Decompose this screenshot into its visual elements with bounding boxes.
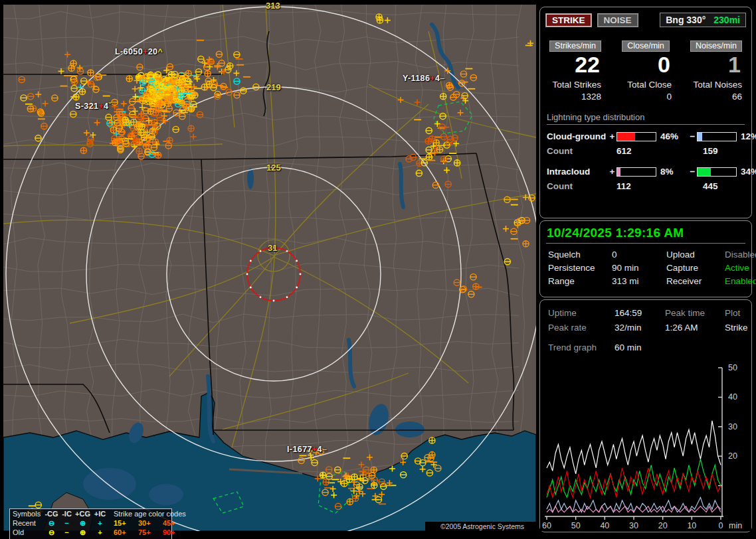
status-panel: 10/24/2025 1:29:16 AM Squelch 0 Upload D… [539,220,752,297]
total-strikes-label: Total Strikes [540,80,611,90]
storm-cell-label: L-6050+20^ [115,47,163,56]
legend-symbols-header: Symbols [13,509,43,518]
cell-id: Y-1186 [403,74,430,83]
close-counter: Close/min 0 Total Close 0 [611,39,681,102]
circle-minus-icon: ⊖ [43,518,60,528]
cell-direction-icon: ^ [157,47,163,56]
cell-id: S-321 [75,102,98,111]
bearing-range-value: 230mi [713,15,740,25]
uptime-value: 164:59 [614,308,665,318]
legend-row-label: Recent [13,518,43,528]
plot-mode-value: Strike [725,323,748,333]
age-badge: 75+ [138,528,163,537]
close-per-min-button[interactable]: Close/min [622,40,670,52]
plus-sign: + [608,167,616,177]
peak-rate-label: Peak rate [548,323,614,333]
cg-plus-percent: 46% [656,131,688,141]
cell-direction-icon: – [440,74,444,83]
svg-text:20: 20 [658,521,668,530]
range-ring-label: 313 [266,1,280,11]
peak-time-label: Peak time [665,308,725,318]
svg-text:0: 0 [719,521,723,530]
strikes-per-min-button[interactable]: Strikes/min [549,40,601,52]
noises-counter: Noises/min 1 Total Noises 66 [681,39,751,102]
minus-sign: − [688,167,697,177]
cell-plus: + [98,102,104,111]
svg-text:50: 50 [571,521,581,530]
noises-rate-value: 1 [681,52,751,77]
cell-id: L-6050 [115,47,143,56]
strike-counters-panel: STRIKE NOISE Bng 330°230mi Strikes/min 2… [539,7,752,218]
cell-plus: + [430,74,435,83]
circle-plus-icon: ⊕ [74,518,92,528]
svg-text:30: 30 [728,422,737,431]
ic-minus-percent: 34% [737,167,756,177]
total-close-value: 0 [611,92,681,102]
close-rate-value: 0 [611,52,681,77]
squelch-value: 0 [612,250,666,260]
capture-status: Active [725,263,749,273]
datetime-display: 10/24/2025 1:29:16 AM [547,226,745,240]
copyright-notice: ©2005 Astrogenic Systems [425,522,539,532]
cg-plus-count: 612 [616,146,703,156]
total-noises-value: 66 [681,92,751,102]
range-ring-label: 125 [266,163,281,173]
lightning-map[interactable]: 31 125 219 313 L-6050+20^ S-321+4ˇ Y-118… [3,5,536,531]
legend-type-pos-ic: +IC [92,509,108,518]
age-badge: 90+ [163,528,187,537]
legend-type-neg-ic: -IC [60,509,74,518]
circle-plus-icon: ⊕ [74,528,92,537]
intracloud-label: Intracloud [547,167,608,177]
strikes-rate-value: 22 [540,52,611,77]
circle-minus-icon: ⊖ [43,528,60,537]
bearing-readout: Bng 330°230mi [660,13,746,27]
age-badge: 60+ [114,528,138,537]
legend-type-pos-cg: +CG [74,509,92,518]
cg-minus-bar [697,132,737,141]
plot-label: Plot [725,308,743,318]
svg-text:30: 30 [629,521,638,530]
intracloud-row: Intracloud + 8% − 34% [547,167,745,177]
session-row: Peak rate 32/min 1:26 AM Strike [548,320,743,335]
trend-graph: 504030206050403020100min [540,360,751,531]
svg-text:20: 20 [728,451,737,461]
cloud-ground-count-row: Count 612 159 [547,146,745,156]
strikes-counter: Strikes/min 22 Total Strikes 1328 [540,39,611,102]
cloud-ground-label: Cloud-ground [547,131,608,141]
session-row: Uptime 164:59 Peak time Plot [548,305,743,320]
persistence-value: 90 min [612,263,666,273]
squelch-label: Squelch [548,250,612,260]
strike-mode-button[interactable]: STRIKE [545,13,592,27]
noises-per-min-button[interactable]: Noises/min [690,40,742,52]
total-noises-label: Total Noises [681,80,751,90]
ic-plus-bar [616,167,656,177]
total-close-label: Total Close [611,80,681,90]
svg-text:50: 50 [728,363,737,372]
plus-sign: + [608,131,616,141]
noise-mode-button[interactable]: NOISE [597,13,638,27]
status-row: Squelch 0 Upload Disabled [548,248,743,261]
uptime-label: Uptime [548,308,614,318]
bearing-value: Bng 330° [666,15,706,25]
map-overlay: 31 125 219 313 L-6050+20^ S-321+4ˇ Y-118… [3,5,536,531]
cell-direction-icon: – [322,445,327,454]
storm-cell-label: I-1677+4– [287,445,327,454]
minus-icon: − [60,528,74,537]
svg-text:60: 60 [542,521,551,530]
capture-label: Capture [666,263,725,273]
storm-cell-label: Y-1186+4– [403,74,445,83]
total-strikes-value: 1328 [540,92,611,102]
svg-text:40: 40 [600,521,609,530]
plus-icon: + [92,518,108,528]
ic-plus-percent: 8% [656,167,688,177]
receiver-label: Receiver [666,276,725,286]
cg-minus-count: 159 [703,146,745,156]
status-row: Range 313 mi Receiver Enabled [548,274,743,287]
legend-type-neg-cg: -CG [43,509,60,518]
peak-rate-value: 32/min [614,323,665,333]
symbols-legend: Symbols -CG -IC +CG +IC Strike age color… [9,508,172,539]
svg-text:min: min [729,521,742,530]
trend-graph-row: Trend graph 60 min [548,340,743,354]
ic-minus-bar [697,167,737,177]
age-badge: 15+ [114,518,138,528]
